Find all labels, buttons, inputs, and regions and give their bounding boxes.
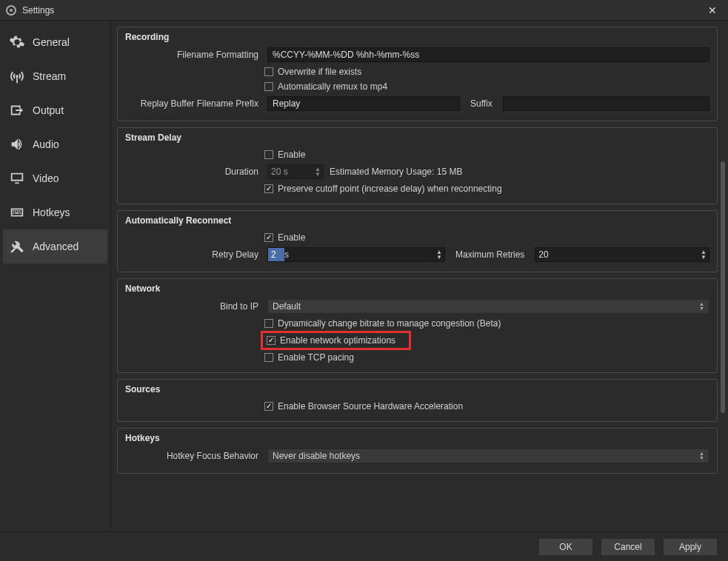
section-title: Network (125, 283, 709, 294)
ok-button[interactable]: OK (538, 538, 593, 556)
network-optim-checkbox[interactable] (267, 336, 275, 345)
max-retries-spinbox[interactable]: ▲▼ (535, 247, 709, 262)
tcp-pacing-label: Enable TCP pacing (278, 352, 354, 363)
focus-behavior-value: Never disable hotkeys (273, 451, 360, 461)
spin-arrows-icon[interactable]: ▲▼ (698, 249, 709, 260)
sidebar: General Stream Output Audio Video (0, 21, 111, 531)
updown-icon: ▲▼ (699, 302, 704, 311)
dynamic-bitrate-label: Dynamically change bitrate to manage con… (278, 318, 501, 329)
sidebar-item-label: Hotkeys (33, 206, 70, 218)
focus-behavior-label: Hotkey Focus Behavior (125, 451, 261, 461)
retry-delay-label: Retry Delay (125, 249, 261, 260)
retry-delay-spinbox[interactable]: s ▲▼ (267, 247, 445, 262)
sidebar-item-hotkeys[interactable]: Hotkeys (3, 195, 107, 229)
section-title: Automatically Reconnect (125, 215, 709, 226)
preserve-cutoff-checkbox[interactable] (264, 184, 273, 193)
close-icon[interactable]: ✕ (703, 3, 722, 18)
filename-formatting-input[interactable] (267, 47, 709, 62)
apply-button[interactable]: Apply (663, 538, 718, 556)
antenna-icon (9, 68, 25, 84)
sidebar-item-stream[interactable]: Stream (3, 59, 107, 93)
browser-accel-label: Enable Browser Source Hardware Accelerat… (278, 401, 463, 411)
auto-reconnect-enable-label: Enable (278, 232, 305, 243)
replay-prefix-label: Replay Buffer Filename Prefix (125, 98, 261, 109)
app-icon (6, 5, 16, 16)
section-stream-delay: Stream Delay Enable Duration ▲▼ Estimate… (117, 127, 718, 204)
sidebar-item-label: Audio (33, 138, 59, 150)
speaker-icon (9, 136, 25, 152)
keyboard-icon (9, 204, 25, 221)
autoremux-checkbox[interactable] (264, 82, 273, 91)
highlight-annotation: Enable network optimizations (261, 331, 411, 350)
sidebar-item-general[interactable]: General (3, 25, 107, 59)
sidebar-item-audio[interactable]: Audio (3, 127, 107, 161)
overwrite-checkbox[interactable] (264, 67, 273, 76)
section-network: Network Bind to IP Default ▲▼ Dynamicall… (117, 278, 718, 373)
section-recording: Recording Filename Formatting Overwrite … (117, 27, 718, 121)
spin-arrows-icon[interactable]: ▲▼ (313, 167, 323, 177)
sidebar-item-label: Advanced (33, 241, 79, 252)
overwrite-label: Overwrite if file exists (278, 67, 361, 77)
network-optim-label: Enable network optimizations (280, 335, 395, 346)
sidebar-item-label: Output (33, 104, 64, 116)
focus-behavior-combo[interactable]: Never disable hotkeys ▲▼ (267, 449, 709, 463)
browser-accel-checkbox[interactable] (264, 402, 273, 411)
sidebar-item-label: Stream (33, 70, 66, 82)
section-title: Recording (125, 32, 709, 42)
bind-ip-label: Bind to IP (125, 301, 261, 312)
gear-icon (9, 34, 25, 50)
tcp-pacing-checkbox[interactable] (264, 353, 273, 362)
memory-usage-label: Estimated Memory Usage: 15 MB (330, 167, 462, 177)
sidebar-item-label: Video (33, 172, 59, 184)
suffix-label: Suffix (466, 98, 497, 109)
section-title: Stream Delay (125, 132, 709, 143)
section-hotkeys: Hotkeys Hotkey Focus Behavior Never disa… (117, 428, 718, 474)
autoremux-label: Automatically remux to mp4 (278, 81, 387, 92)
window-title: Settings (22, 5, 54, 16)
dialog-footer: OK Cancel Apply (0, 531, 728, 561)
tools-icon (9, 238, 25, 255)
spin-arrows-icon[interactable]: ▲▼ (434, 249, 444, 260)
retry-delay-unit: s (284, 249, 434, 260)
sidebar-item-output[interactable]: Output (3, 93, 107, 127)
dynamic-bitrate-checkbox[interactable] (264, 319, 273, 328)
sidebar-item-label: General (33, 36, 70, 48)
duration-spinbox[interactable]: ▲▼ (267, 164, 324, 179)
section-title: Hotkeys (125, 433, 709, 443)
filename-formatting-label: Filename Formatting (125, 50, 261, 60)
section-sources: Sources Enable Browser Source Hardware A… (117, 379, 718, 422)
titlebar: Settings ✕ (0, 0, 728, 21)
replay-prefix-input[interactable] (267, 96, 460, 111)
scrollbar[interactable] (721, 161, 725, 413)
auto-reconnect-enable-checkbox[interactable] (264, 233, 273, 242)
sidebar-item-video[interactable]: Video (3, 161, 107, 195)
max-retries-label: Maximum Retries (451, 249, 529, 260)
section-title: Sources (125, 384, 709, 394)
preserve-cutoff-label: Preserve cutoff point (increase delay) w… (278, 184, 502, 194)
settings-content: Recording Filename Formatting Overwrite … (111, 21, 728, 531)
monitor-icon (9, 170, 25, 187)
cancel-button[interactable]: Cancel (601, 538, 655, 556)
suffix-input[interactable] (503, 96, 709, 111)
output-icon (9, 102, 25, 118)
section-auto-reconnect: Automatically Reconnect Enable Retry Del… (117, 210, 718, 272)
stream-delay-enable-label: Enable (278, 150, 305, 160)
bind-ip-value: Default (273, 301, 301, 312)
bind-ip-combo[interactable]: Default ▲▼ (267, 299, 709, 314)
updown-icon: ▲▼ (699, 451, 704, 460)
duration-label: Duration (125, 167, 261, 177)
sidebar-item-advanced[interactable]: Advanced (3, 229, 107, 263)
stream-delay-enable-checkbox[interactable] (264, 150, 273, 159)
